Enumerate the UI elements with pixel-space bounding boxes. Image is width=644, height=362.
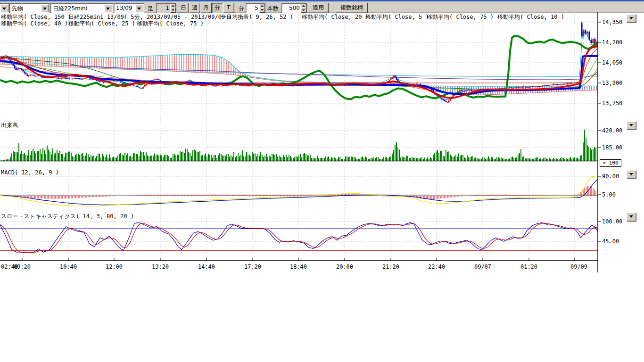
time-axis-label: 21:20 [382,263,399,270]
axis-tick-label: 185.00 [602,144,622,151]
volume-bars [0,130,598,161]
time-axis-label: 17:20 [244,263,261,270]
axis-tick-label: 5.00 [602,191,616,198]
stochastics-scale-dropdown-button[interactable] [627,213,636,222]
indicator-label: 移動平均( Close, 75 ) [137,20,204,28]
indicator-label: 一目均衡表( 9, 26, 52 ) [221,13,293,21]
gridlines [0,12,598,261]
indicator-label: 移動平均( Close, 75 ) [427,13,494,21]
time-axis-label: 12:00 [106,263,123,270]
time-axis-label: 22:40 [428,263,445,270]
chart-area: 14,35014,20014,05013,90013,750420.00185.… [0,0,644,362]
axis-tick-label: 100.00 [602,218,622,225]
axis-tick-label: 14,350 [602,19,622,25]
time-axis-label: 10:40 [60,263,77,270]
indicator-label: 移動平均( Close, 5 ) [365,13,429,21]
indicator-label: 移動平均( Close, 40 ) [1,20,68,28]
axis-tick-label: 90.00 [602,173,619,180]
time-axis-label: 01:20 [520,263,537,270]
indicator-label: 移動平均( Close, 20 ) [302,13,369,21]
time-axis-label: 18:40 [290,263,307,270]
macd-panel [0,176,598,206]
macd-panel-label: MACD( 12, 26, 9 ) [1,169,59,176]
chart-canvas: 14,35014,20014,05013,90013,750420.00185.… [0,0,644,362]
volume-panel-label: 出来高 [1,122,18,130]
app-window: 先物 日経225mini 13/09 足 1 日週月分T 分 5 本数 500 … [0,0,644,362]
time-axis-label: 09/07 [474,263,491,270]
volume-scale-dropdown-button[interactable] [627,121,636,130]
ma-purple [71,66,598,80]
time-axis-label: 14:40 [198,263,215,270]
time-axis-label: 09:20 [14,263,31,270]
axis-tick-label: 13,900 [602,80,622,86]
axis-tick-label: 14,200 [602,39,622,46]
volume-multiplier-badge: × 100 [600,159,621,167]
indicator-label: 移動平均( Close, 25 ) [68,20,135,28]
price-scale-dropdown-button[interactable] [627,14,636,23]
time-axis-label: 20:00 [336,263,353,270]
axis-tick-label: 420.00 [602,127,622,134]
stochastics-panel [0,222,598,253]
indicator-label: 移動平均( Close, 10 ) [497,13,564,21]
time-axis-label: 13:20 [152,263,169,270]
stochastics-panel-label: スロー・ストキャスティクス( 14, 3, 80, 20 ) [1,213,134,221]
axis-tick-label: 14,050 [602,59,622,66]
macd-scale-dropdown-button[interactable] [627,170,636,179]
axis-tick-label: 13,750 [602,100,622,107]
axis-tick-label: 45.00 [602,238,619,245]
time-axis-label: 09/09 [570,263,587,270]
